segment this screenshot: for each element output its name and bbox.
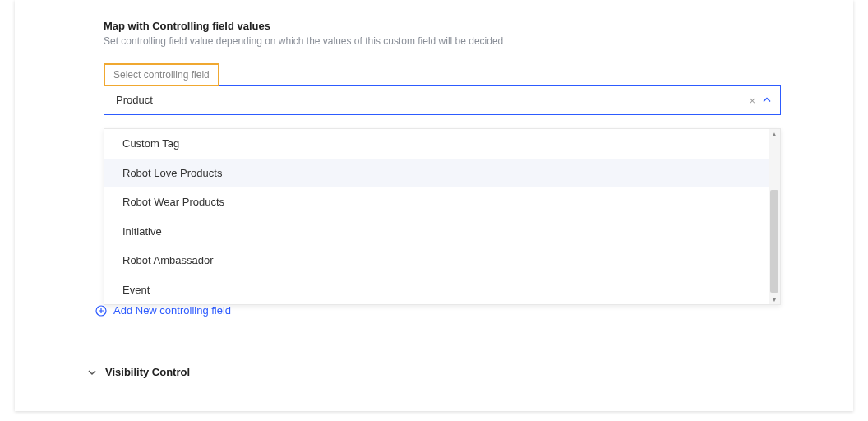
plus-circle-icon — [95, 305, 107, 317]
dropdown-option[interactable]: Initiative — [104, 217, 780, 247]
section-title: Map with Controlling field values — [104, 20, 781, 32]
dropdown-option[interactable]: Robot Ambassador — [104, 246, 780, 275]
dropdown-option[interactable]: Robot Wear Products — [104, 187, 780, 217]
select-value: Product — [116, 94, 153, 106]
scrollbar[interactable]: ▲ ▼ — [769, 129, 780, 304]
scrollbar-down-icon[interactable]: ▼ — [769, 294, 780, 304]
visibility-section[interactable]: Visibility Control — [87, 366, 781, 378]
add-controlling-field-label: Add New controlling field — [113, 304, 231, 317]
dropdown-panel: Custom Tag Robot Love Products Robot Wea… — [104, 128, 781, 305]
divider-line — [206, 372, 781, 372]
select-wrapper: Product × Custom Tag Robot Love Products… — [104, 85, 781, 115]
scrollbar-thumb[interactable] — [770, 190, 778, 293]
section-subtitle: Set controlling field value depending on… — [104, 35, 781, 47]
controlling-field-select[interactable]: Product × — [104, 85, 781, 115]
content-area: Map with Controlling field values Set co… — [87, 20, 781, 317]
add-controlling-field-link[interactable]: Add New controlling field — [95, 304, 781, 317]
chevron-down-icon — [87, 368, 97, 377]
select-controls: × — [749, 95, 772, 105]
chevron-up-icon[interactable] — [762, 95, 772, 105]
clear-icon[interactable]: × — [749, 95, 755, 105]
card-container: Map with Controlling field values Set co… — [15, 0, 853, 411]
dropdown-option[interactable]: Event — [104, 275, 780, 305]
dropdown-option[interactable]: Robot Love Products — [104, 159, 780, 188]
visibility-title: Visibility Control — [105, 366, 190, 378]
select-label: Select controlling field — [104, 63, 219, 86]
scrollbar-up-icon[interactable]: ▲ — [769, 129, 780, 139]
dropdown-option[interactable]: Custom Tag — [104, 129, 780, 159]
